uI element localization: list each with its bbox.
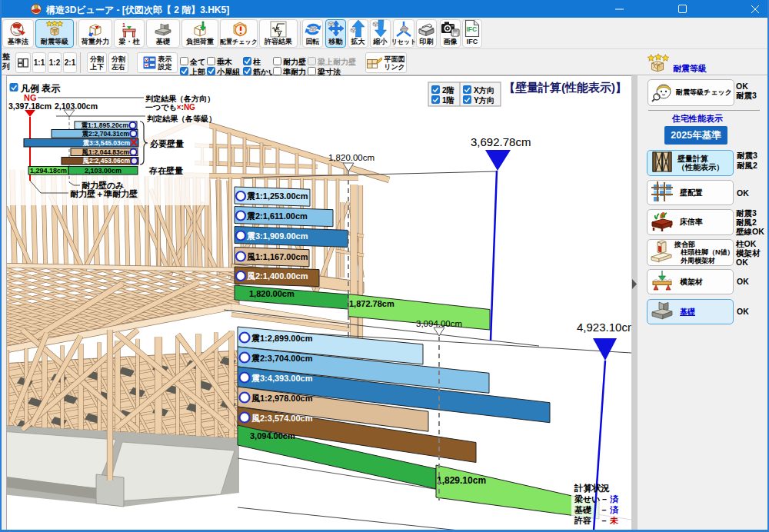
svg-text:IFC: IFC (467, 25, 478, 33)
svg-text:【壁量計算(性能表示)】: 【壁量計算(性能表示)】 (504, 81, 627, 94)
svg-text:判定結果（各方向）: 判定結果（各方向） (145, 95, 215, 103)
svg-text:震2:3,704.00cm: 震2:3,704.00cm (251, 354, 313, 363)
svg-text:3,094.00cm: 3,094.00cm (416, 319, 462, 328)
svg-text:Y方向: Y方向 (474, 96, 494, 105)
svg-text:済: 済 (610, 494, 619, 504)
svg-text:震3:4,393.00cm: 震3:4,393.00cm (251, 374, 313, 383)
svg-text:風2:2,453.06cm: 風2:2,453.06cm (82, 157, 131, 165)
svg-text:風2:3,574.00cm: 風2:3,574.00cm (251, 414, 313, 423)
svg-text:X方向: X方向 (474, 86, 494, 95)
svg-text:風2:1,400.00cm: 風2:1,400.00cm (246, 271, 308, 281)
svg-text:3,397.18cm: 3,397.18cm (8, 101, 52, 111)
svg-text:震1:1,253.00cm: 震1:1,253.00cm (246, 191, 308, 201)
svg-text:1,294.18cm: 1,294.18cm (30, 167, 67, 175)
svg-text:存在壁量: 存在壁量 (148, 166, 183, 175)
svg-text:梁せい－: 梁せい－ (574, 494, 609, 504)
svg-text:1,829.10cm: 1,829.10cm (437, 475, 486, 486)
svg-text:計算状況: 計算状況 (574, 484, 611, 494)
svg-text:必要壁量: 必要壁量 (149, 139, 184, 148)
svg-text:風1:1,167.00cm: 風1:1,167.00cm (246, 252, 308, 261)
svg-text:1,872.78cm: 1,872.78cm (349, 299, 394, 308)
svg-text:1階: 1階 (442, 96, 455, 105)
svg-text:3,692.78cm: 3,692.78cm (471, 135, 531, 148)
svg-text:2,103.00cm: 2,103.00cm (85, 167, 122, 175)
svg-text:1,820.00cm: 1,820.00cm (328, 153, 375, 162)
svg-text:耐力壁＋準耐力壁: 耐力壁＋準耐力壁 (70, 189, 138, 198)
svg-text:震1:2,899.00cm: 震1:2,899.00cm (251, 334, 313, 343)
svg-text:未: 未 (609, 516, 619, 525)
svg-text:1: 1 (122, 22, 125, 28)
svg-text:震3:1,909.00cm: 震3:1,909.00cm (246, 231, 308, 241)
svg-text:基礎 －: 基礎 － (574, 505, 608, 514)
svg-text:許容 －: 許容 － (574, 516, 608, 525)
svg-text:風1:2,044.83cm: 風1:2,044.83cm (82, 148, 130, 156)
svg-text:2階: 2階 (442, 86, 455, 95)
svg-text:凡例 表示: 凡例 表示 (20, 83, 61, 94)
svg-text:風1:2,978.00cm: 風1:2,978.00cm (251, 394, 313, 403)
svg-text:震2:1,611.00cm: 震2:1,611.00cm (246, 211, 308, 221)
svg-text:判定結果（各等級）: 判定結果（各等級） (146, 115, 216, 123)
svg-text:4,923.10cm: 4,923.10cm (577, 321, 631, 334)
svg-text:震1:1,895.20cm: 震1:1,895.20cm (81, 121, 129, 129)
svg-text:1,820.00cm: 1,820.00cm (249, 289, 295, 298)
svg-text:2,103.00cm: 2,103.00cm (55, 101, 98, 111)
svg-text:済: 済 (610, 505, 619, 514)
svg-text:震3:3,545.03cm: 震3:3,545.03cm (82, 139, 131, 147)
svg-text:3,094.00cm: 3,094.00cm (250, 431, 295, 441)
svg-text:震2:2,704.31cm: 震2:2,704.31cm (82, 130, 130, 138)
svg-text:一つでも×:NG: 一つでも×:NG (145, 103, 195, 111)
